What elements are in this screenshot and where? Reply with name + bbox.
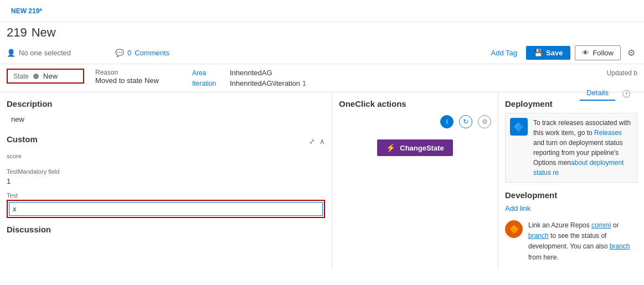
iteration-prefix: InhenritedAG\Iteration — [230, 79, 302, 87]
detail-tabs: Details 🕐 — [580, 86, 637, 101]
area-row: Area InhenritedAG — [192, 69, 306, 77]
state-label: State — [13, 72, 29, 80]
iteration-label: Iteration — [192, 80, 225, 87]
branch-link[interactable]: branch — [528, 232, 549, 240]
deployment-text: To track releases associated with this w… — [533, 118, 632, 178]
state-dot — [33, 74, 39, 79]
reason-block: Reason Moved to state New — [95, 69, 159, 85]
state-value: New — [43, 72, 58, 80]
comments-label: Comments — [135, 49, 169, 57]
development-title: Development — [505, 190, 637, 200]
dev-icon: 🔶 — [505, 220, 523, 238]
main-content: Description new Custom ⤢ ∧ score TestMan… — [0, 92, 644, 270]
tab-history[interactable]: 🕐 — [615, 87, 637, 101]
description-title: Description — [7, 99, 325, 108]
score-field: score — [7, 153, 325, 163]
comments-area[interactable]: 💬 0 Comments — [115, 49, 482, 57]
mandatory-field: TestMandatory field 1 — [7, 168, 325, 186]
comment-icon: 💬 — [115, 49, 124, 57]
save-label: Save — [546, 49, 563, 57]
deployment-card: 🔷 To track releases associated with this… — [505, 113, 637, 183]
middle-panel: OneClick actions i ↻ ⚙ ⚡ ChangeState — [332, 92, 498, 270]
development-card: 🔶 Link an Azure Repos commi or branch to… — [505, 218, 637, 265]
reason-label: Reason — [95, 69, 159, 76]
save-button[interactable]: 💾 Save — [526, 46, 570, 60]
mandatory-value[interactable]: 1 — [7, 176, 325, 186]
assignee-area[interactable]: 👤 No one selected — [7, 49, 106, 57]
score-value[interactable] — [7, 160, 325, 163]
dev-text: Link an Azure Repos commi or branch to s… — [528, 220, 637, 263]
commit-link[interactable]: commi — [591, 221, 611, 229]
work-item-id: 219 — [7, 25, 27, 40]
iteration-link[interactable]: 1 — [302, 79, 306, 87]
assignee-text: No one selected — [19, 49, 71, 57]
test-input[interactable] — [9, 203, 322, 215]
expand-icon[interactable]: ⤢ — [309, 137, 315, 146]
refresh-icon[interactable]: ↻ — [459, 115, 472, 128]
follow-label: Follow — [593, 49, 614, 57]
right-panel: Deployment 🔷 To track releases associate… — [498, 92, 644, 270]
test-field-group: Test — [7, 192, 325, 218]
action-bar: 👤 No one selected 💬 0 Comments Add Tag 💾… — [0, 42, 644, 64]
lightning-icon: ⚡ — [386, 143, 395, 152]
right-actions: 💾 Save 👁 Follow ⚙ — [526, 45, 637, 60]
create-branch-link[interactable]: branch — [610, 242, 630, 250]
info-icon[interactable]: i — [440, 115, 454, 128]
tab-bar: NEW 219* — [0, 0, 644, 22]
test-label: Test — [7, 192, 325, 199]
score-label: score — [7, 153, 325, 159]
custom-section: Custom ⤢ ∧ score TestMandatory field 1 T… — [7, 134, 325, 218]
oneclick-icons: i ↻ ⚙ — [339, 115, 491, 128]
work-item-title: New — [32, 25, 56, 40]
collapse-icon[interactable]: ∧ — [320, 137, 325, 146]
mandatory-label: TestMandatory field — [7, 168, 325, 175]
test-field-container — [7, 200, 325, 218]
add-tag-button[interactable]: Add Tag — [491, 49, 517, 57]
state-block[interactable]: State New — [7, 69, 84, 84]
gear-icon: ⚙ — [627, 48, 635, 58]
releases-link[interactable]: Releases — [594, 129, 622, 137]
area-iteration-block: Area InhenritedAG Iteration InhenritedAG… — [192, 69, 306, 87]
follow-button[interactable]: 👁 Follow — [575, 45, 621, 60]
discussion-title: Discussion — [7, 225, 325, 234]
area-label: Area — [192, 69, 225, 77]
iteration-value: InhenritedAG\Iteration 1 — [230, 79, 306, 87]
custom-title: Custom — [7, 134, 38, 144]
test-field-inner — [9, 202, 323, 216]
description-section: Description new — [7, 99, 325, 126]
description-content[interactable]: new — [7, 113, 325, 126]
person-icon: 👤 — [7, 49, 16, 57]
custom-actions: ⤢ ∧ — [309, 137, 325, 146]
custom-header: Custom ⤢ ∧ — [7, 134, 325, 148]
add-link-button[interactable]: Add link — [505, 204, 637, 213]
options-icon[interactable]: ⚙ — [478, 115, 491, 128]
change-state-label: ChangeState — [400, 144, 444, 152]
area-value: InhenritedAG — [230, 69, 272, 77]
title-row: 219 New — [0, 22, 644, 42]
reason-value: Moved to state New — [95, 76, 159, 85]
state-row: State New Reason Moved to state New Area… — [0, 64, 644, 92]
follow-icon: 👁 — [582, 49, 589, 57]
updated-text: Updated b — [607, 69, 637, 77]
change-state-button[interactable]: ⚡ ChangeState — [377, 139, 452, 156]
left-panel: Description new Custom ⤢ ∧ score TestMan… — [0, 92, 332, 270]
tab-details[interactable]: Details — [580, 86, 615, 101]
iteration-row: Iteration InhenritedAG\Iteration 1 — [192, 79, 306, 87]
comments-count: 0 — [127, 49, 131, 57]
work-item-tab[interactable]: NEW 219* — [7, 7, 47, 15]
save-icon: 💾 — [534, 49, 543, 57]
deployment-icon: 🔷 — [510, 118, 528, 136]
oneclick-title: OneClick actions — [339, 99, 491, 108]
settings-button[interactable]: ⚙ — [625, 45, 637, 60]
